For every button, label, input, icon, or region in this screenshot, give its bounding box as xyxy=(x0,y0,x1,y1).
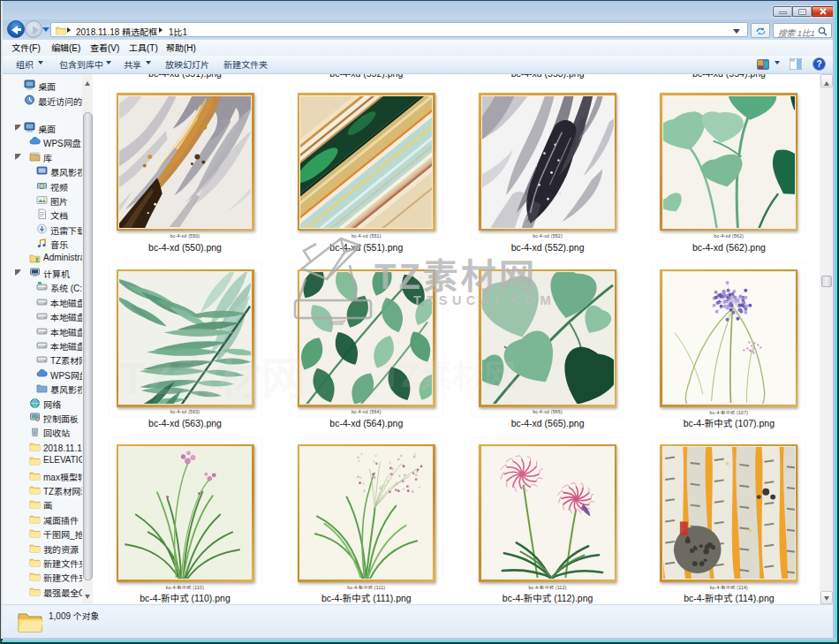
svg-text:?: ? xyxy=(816,59,821,69)
